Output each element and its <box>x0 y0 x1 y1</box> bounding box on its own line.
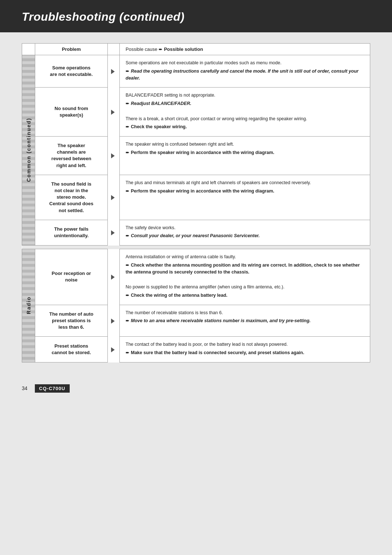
solution-cell: Some operations are not executable in pa… <box>120 55 370 88</box>
table-header-row: Problem Possible cause ➨ Possible soluti… <box>22 44 370 55</box>
arrow-cell <box>108 137 120 175</box>
table-row: No sound fromspeaker(s) BALANCE/FADER se… <box>22 88 370 137</box>
arrow-label: ➨ <box>159 46 164 52</box>
possible-cause-label: Possible cause <box>126 46 157 52</box>
page-title: Troubleshooting (continued) <box>22 10 370 24</box>
solution-text: Antenna installation or wiring of antenn… <box>126 254 364 260</box>
problem-text: The number of autopreset stations isless… <box>49 311 93 330</box>
table-row: The power failsunintentionally. The safe… <box>22 220 370 246</box>
solution-bold-2: ➨ Check the speaker wiring. <box>126 123 364 130</box>
table-row: The sound field isnot clear in thestereo… <box>22 175 370 220</box>
section-label-common: Common (continued) <box>22 55 35 246</box>
row-arrow-icon <box>111 275 115 280</box>
row-arrow-icon <box>111 195 115 200</box>
problem-cell: No sound fromspeaker(s) <box>35 88 108 137</box>
table-row: Common (continued) Some operationsare no… <box>22 55 370 88</box>
solution-bold: ➨ Consult your dealer, or your nearest P… <box>126 232 364 239</box>
page-footer: 34 CQ-C700U <box>0 377 392 400</box>
table-row: The number of autopreset stations isless… <box>22 305 370 337</box>
problem-header: Problem <box>35 44 108 55</box>
problem-text: The power failsunintentionally. <box>54 226 89 238</box>
row-arrow-icon <box>111 319 115 324</box>
solution-cell: Antenna installation or wiring of antenn… <box>120 249 370 305</box>
problem-text: Preset stationscannot be stored. <box>52 343 91 355</box>
solution-bold: ➨ Read the operating instructions carefu… <box>126 68 364 82</box>
problem-cell: Preset stationscannot be stored. <box>35 337 108 362</box>
solution-cell: The number of receivable stations is les… <box>120 305 370 337</box>
content-area: Problem Possible cause ➨ Possible soluti… <box>0 43 392 377</box>
arrow-cell <box>108 305 120 337</box>
table-row: Radio Poor reception ornoise Antenna ins… <box>22 249 370 305</box>
model-badge: CQ-C700U <box>35 384 70 393</box>
solution-bold: ➨ Readjust BALANCE/FADER. <box>126 100 364 107</box>
possible-solution-label: Possible solution <box>164 46 203 52</box>
solution-text: The safety device works. <box>126 224 364 231</box>
problem-cell: The sound field isnot clear in thestereo… <box>35 175 108 220</box>
solution-text-2: No power is supplied to the antenna ampl… <box>126 284 364 291</box>
solution-bold: ➨ Perform the speaker wiring in accordan… <box>126 188 364 195</box>
solution-header: Possible cause ➨ Possible solution <box>120 44 370 55</box>
solution-text-2: There is a break, a short circuit, poor … <box>126 116 364 122</box>
arrow-cell <box>108 249 120 305</box>
problem-cell: The speakerchannels arereversed betweenr… <box>35 137 108 175</box>
solution-bold: ➨ Perform the speaker wiring in accordan… <box>126 149 364 156</box>
row-arrow-icon <box>111 230 115 235</box>
solution-cell: The speaker wiring is confused between r… <box>120 137 370 175</box>
page: Troubleshooting (continued) Problem Poss… <box>0 0 392 555</box>
arrow-cell <box>108 220 120 246</box>
arrow-cell <box>108 175 120 220</box>
solution-cell: BALANCE/FADER setting is not appropriate… <box>120 88 370 137</box>
problem-text: Poor reception ornoise <box>52 271 91 283</box>
row-arrow-icon <box>111 69 115 74</box>
solution-bold: ➨ Make sure that the battery lead is con… <box>126 349 364 356</box>
page-number: 34 <box>22 385 28 391</box>
row-arrow-icon <box>111 110 115 115</box>
solution-text: BALANCE/FADER setting is not appropriate… <box>126 92 364 99</box>
solution-text: The number of receivable stations is les… <box>126 309 364 316</box>
section-label-radio: Radio <box>22 249 35 362</box>
solution-text: The plus and minus terminals at right an… <box>126 179 364 186</box>
row-arrow-icon <box>111 347 115 352</box>
solution-bold: ➨ Move to an area where receivable stati… <box>126 317 364 324</box>
section-label-text: Common (continued) <box>26 118 32 182</box>
solution-cell: The safety device works. ➨ Consult your … <box>120 220 370 246</box>
solution-cell: The contact of the battery lead is poor,… <box>120 337 370 362</box>
problem-cell: The number of autopreset stations isless… <box>35 305 108 337</box>
table-row: The speakerchannels arereversed betweenr… <box>22 137 370 175</box>
solution-bold-2: ➨ Check the wiring of the antenna batter… <box>126 292 364 299</box>
section-divider <box>22 246 370 249</box>
arrow-cell <box>108 337 120 362</box>
solution-cell: The plus and minus terminals at right an… <box>120 175 370 220</box>
solution-bold: ➨ Check whether the antenna mounting pos… <box>126 262 364 276</box>
problem-cell: Poor reception ornoise <box>35 249 108 305</box>
problem-text: No sound fromspeaker(s) <box>54 106 88 118</box>
arrow-cell <box>108 55 120 88</box>
solution-text: Some operations are not executable in pa… <box>126 60 364 66</box>
problem-text: The sound field isnot clear in thestereo… <box>49 181 93 213</box>
table-row: Preset stationscannot be stored. The con… <box>22 337 370 362</box>
section-label-text: Radio <box>26 296 32 314</box>
arrow-cell <box>108 88 120 137</box>
page-header: Troubleshooting (continued) <box>0 0 392 32</box>
section-divider-row <box>22 246 370 249</box>
solution-text: The contact of the battery lead is poor,… <box>126 341 364 348</box>
problem-cell: Some operationsare not executable. <box>35 55 108 88</box>
solution-text: The speaker wiring is confused between r… <box>126 141 364 148</box>
problem-text: The speakerchannels arereversed betweenr… <box>52 143 91 168</box>
row-arrow-icon <box>111 153 115 158</box>
problem-text: Some operationsare not executable. <box>50 65 93 77</box>
problem-cell: The power failsunintentionally. <box>35 220 108 246</box>
troubleshooting-table: Problem Possible cause ➨ Possible soluti… <box>22 43 370 362</box>
